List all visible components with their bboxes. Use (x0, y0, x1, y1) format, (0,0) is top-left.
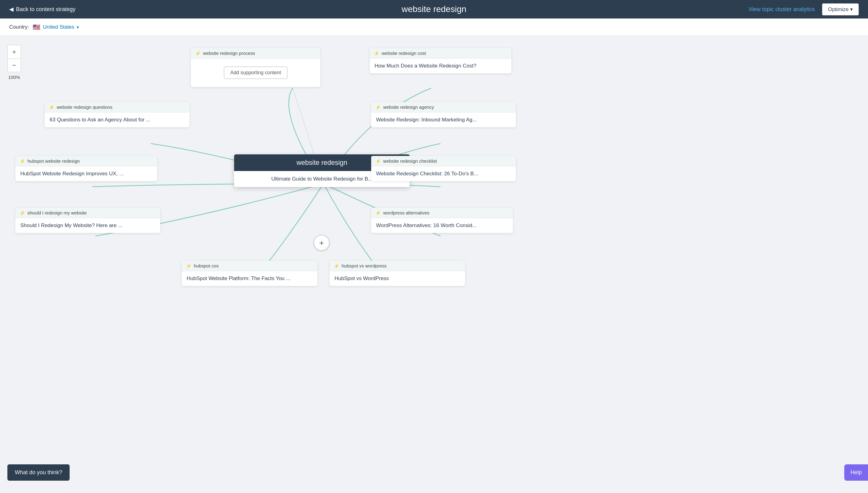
header-actions: View topic cluster analytics Optimize ▾ (749, 3, 859, 16)
header: ◀ Back to content strategy website redes… (0, 0, 868, 19)
node-header-checklist: ⚡ website redesign checklist (371, 156, 516, 166)
page-title: website redesign (402, 4, 466, 14)
node-hubspot-cos: ⚡ hubspot cos HubSpot Website Platform: … (182, 261, 317, 286)
content-hubspot-redesign[interactable]: HubSpot Website Redesign Improves UX, ..… (16, 166, 157, 181)
keyword-checklist: website redesign checklist (383, 158, 437, 164)
optimize-button[interactable]: Optimize ▾ (822, 3, 859, 16)
link-icon-questions: ⚡ (49, 105, 54, 110)
zoom-controls: + − 100% (7, 45, 21, 80)
toolbar: Country: 🇺🇸 United States ▾ (0, 19, 868, 36)
zoom-out-button[interactable]: − (7, 59, 21, 72)
content-should-redesign[interactable]: Should I Redesign My Website? Here are .… (16, 218, 160, 233)
node-wordpress-alternatives: ⚡ wordpress alternatives WordPress Alter… (371, 208, 513, 233)
node-header-should-redesign: ⚡ should i redesign my website (16, 208, 160, 218)
node-hubspot-redesign: ⚡ hubspot website redesign HubSpot Websi… (16, 156, 157, 181)
canvas: + − 100% ⚡ website redesign process Add … (0, 36, 868, 493)
content-wordpress-alternatives[interactable]: WordPress Alternatives: 16 Worth Consid.… (371, 218, 513, 233)
node-questions: ⚡ website redesign questions 63 Question… (45, 102, 190, 127)
node-checklist: ⚡ website redesign checklist Website Red… (371, 156, 516, 181)
link-icon-agency: ⚡ (376, 105, 381, 110)
node-header-hubspot-cos: ⚡ hubspot cos (182, 261, 317, 271)
keyword-cost: website redesign cost (382, 50, 426, 56)
content-questions[interactable]: 63 Questions to Ask an Agency About for … (45, 112, 190, 127)
node-header-wordpress-alternatives: ⚡ wordpress alternatives (371, 208, 513, 218)
link-icon-hubspot-redesign: ⚡ (20, 159, 25, 164)
node-should-redesign: ⚡ should i redesign my website Should I … (16, 208, 160, 233)
node-header-cost: ⚡ website redesign cost (370, 48, 511, 59)
content-hubspot-wordpress[interactable]: HubSpot vs WordPress (330, 271, 465, 286)
keyword-should-redesign: should i redesign my website (27, 210, 87, 215)
link-icon-hubspot-wordpress: ⚡ (334, 263, 339, 269)
node-process: ⚡ website redesign process Add supportin… (191, 48, 320, 87)
node-header-hubspot-redesign: ⚡ hubspot website redesign (16, 156, 157, 166)
country-selector[interactable]: 🇺🇸 United States ▾ (32, 23, 79, 31)
zoom-in-button[interactable]: + (7, 45, 21, 59)
content-agency[interactable]: Website Redesign: Inbound Marketing Ag..… (371, 112, 516, 127)
node-cost: ⚡ website redesign cost How Much Does a … (370, 48, 511, 73)
content-hubspot-cos[interactable]: HubSpot Website Platform: The Facts You … (182, 271, 317, 286)
link-icon-checklist: ⚡ (376, 159, 381, 164)
view-analytics-link[interactable]: View topic cluster analytics (749, 6, 815, 13)
link-icon-cost: ⚡ (374, 51, 379, 56)
link-icon-wordpress-alternatives: ⚡ (376, 211, 381, 215)
keyword-hubspot-wordpress: hubspot vs wordpress (341, 263, 386, 269)
keyword-agency: website redesign agency (383, 104, 434, 110)
node-agency: ⚡ website redesign agency Website Redesi… (371, 102, 516, 127)
add-node-button[interactable]: + (314, 235, 330, 251)
zoom-level: 100% (8, 74, 20, 80)
country-label: Country: (9, 24, 29, 30)
node-header-process: ⚡ website redesign process (191, 48, 320, 59)
content-cost[interactable]: How Much Does a Website Redesign Cost? (370, 59, 511, 73)
chevron-down-icon: ▾ (77, 25, 79, 29)
back-link[interactable]: ◀ Back to content strategy (9, 6, 75, 13)
link-icon-should-redesign: ⚡ (20, 211, 25, 215)
back-arrow-icon: ◀ (9, 6, 14, 13)
plus-icon: + (319, 238, 324, 248)
center-node-title: website redesign (296, 159, 347, 166)
node-header-hubspot-wordpress: ⚡ hubspot vs wordpress (330, 261, 465, 271)
node-header-agency: ⚡ website redesign agency (371, 102, 516, 112)
country-name: United States (43, 24, 74, 30)
flag-icon: 🇺🇸 (32, 23, 40, 31)
feedback-button[interactable]: What do you think? (7, 464, 70, 481)
link-icon-process: ⚡ (195, 51, 201, 56)
help-button[interactable]: Help (844, 464, 868, 481)
link-icon-hubspot-cos: ⚡ (186, 263, 191, 269)
keyword-wordpress-alternatives: wordpress alternatives (383, 210, 429, 215)
add-supporting-content-button[interactable]: Add supporting content (224, 67, 288, 79)
keyword-process: website redesign process (203, 50, 255, 56)
back-link-label: Back to content strategy (16, 6, 75, 13)
content-checklist[interactable]: Website Redesign Checklist: 26 To-Do's B… (371, 166, 516, 181)
keyword-hubspot-redesign: hubspot website redesign (27, 158, 80, 164)
node-header-questions: ⚡ website redesign questions (45, 102, 190, 112)
keyword-hubspot-cos: hubspot cos (194, 263, 219, 269)
keyword-questions: website redesign questions (57, 104, 112, 110)
node-hubspot-wordpress: ⚡ hubspot vs wordpress HubSpot vs WordPr… (330, 261, 465, 286)
